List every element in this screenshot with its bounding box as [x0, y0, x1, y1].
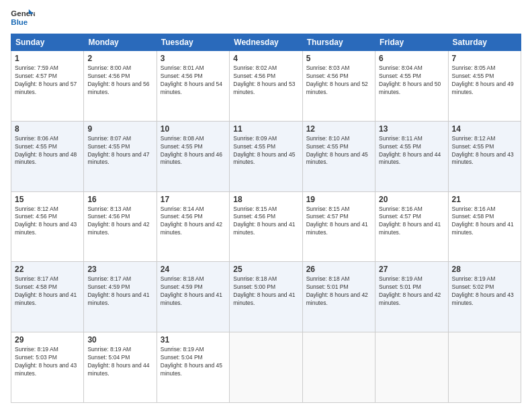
calendar-day-cell: 7Sunrise: 8:05 AMSunset: 4:55 PMDaylight…: [448, 51, 521, 122]
day-detail: Sunrise: 8:12 AMSunset: 4:56 PMDaylight:…: [15, 205, 80, 238]
day-detail: Sunrise: 8:09 AMSunset: 4:55 PMDaylight:…: [233, 135, 298, 167]
calendar-day-cell: 5Sunrise: 8:03 AMSunset: 4:56 PMDaylight…: [302, 51, 375, 122]
day-detail: Sunrise: 8:14 AMSunset: 4:56 PMDaylight:…: [161, 205, 226, 238]
calendar-day-cell: 19Sunrise: 8:15 AMSunset: 4:57 PMDayligh…: [302, 191, 375, 262]
calendar-day-cell: 3Sunrise: 8:01 AMSunset: 4:56 PMDaylight…: [157, 51, 229, 122]
day-detail: Sunrise: 8:08 AMSunset: 4:55 PMDaylight:…: [161, 135, 226, 167]
weekday-header-cell: Wednesday: [230, 34, 302, 51]
calendar-day-cell: 29Sunrise: 8:19 AMSunset: 5:03 PMDayligh…: [11, 332, 84, 403]
calendar-day-cell: 8Sunrise: 8:06 AMSunset: 4:55 PMDaylight…: [11, 121, 84, 191]
day-number: 17: [161, 195, 226, 204]
day-detail: Sunrise: 8:03 AMSunset: 4:56 PMDaylight:…: [306, 64, 371, 97]
weekday-header-cell: Sunday: [11, 34, 84, 51]
calendar-day-cell: 30Sunrise: 8:19 AMSunset: 5:04 PMDayligh…: [84, 332, 157, 403]
day-number: 13: [379, 124, 444, 134]
page-header: General Blue: [11, 8, 521, 28]
calendar-day-cell: 20Sunrise: 8:16 AMSunset: 4:57 PMDayligh…: [375, 191, 448, 262]
calendar-day-cell: 4Sunrise: 8:02 AMSunset: 4:56 PMDaylight…: [230, 51, 302, 122]
day-number: 18: [233, 195, 298, 204]
calendar-day-cell: 25Sunrise: 8:18 AMSunset: 5:00 PMDayligh…: [230, 262, 302, 332]
day-detail: Sunrise: 8:04 AMSunset: 4:55 PMDaylight:…: [379, 64, 444, 97]
day-number: 2: [87, 54, 152, 63]
calendar-day-cell: 2Sunrise: 8:00 AMSunset: 4:56 PMDaylight…: [84, 51, 157, 122]
day-detail: Sunrise: 8:12 AMSunset: 4:55 PMDaylight:…: [452, 135, 517, 167]
calendar-day-cell: [230, 332, 302, 403]
calendar-week-row: 1Sunrise: 7:59 AMSunset: 4:57 PMDaylight…: [11, 51, 521, 122]
calendar-day-cell: 31Sunrise: 8:19 AMSunset: 5:04 PMDayligh…: [157, 332, 229, 403]
day-detail: Sunrise: 8:18 AMSunset: 5:01 PMDaylight:…: [306, 275, 371, 308]
day-detail: Sunrise: 8:17 AMSunset: 4:59 PMDaylight:…: [87, 275, 152, 308]
calendar-day-cell: 16Sunrise: 8:13 AMSunset: 4:56 PMDayligh…: [84, 191, 157, 262]
day-number: 25: [233, 265, 298, 274]
day-number: 14: [452, 124, 517, 134]
calendar-day-cell: 24Sunrise: 8:18 AMSunset: 4:59 PMDayligh…: [157, 262, 229, 332]
calendar-day-cell: 6Sunrise: 8:04 AMSunset: 4:55 PMDaylight…: [375, 51, 448, 122]
calendar-day-cell: 13Sunrise: 8:11 AMSunset: 4:55 PMDayligh…: [375, 121, 448, 191]
day-number: 6: [379, 54, 444, 63]
calendar-day-cell: 27Sunrise: 8:19 AMSunset: 5:01 PMDayligh…: [375, 262, 448, 332]
calendar-day-cell: 11Sunrise: 8:09 AMSunset: 4:55 PMDayligh…: [230, 121, 302, 191]
day-number: 7: [452, 54, 517, 63]
day-detail: Sunrise: 8:15 AMSunset: 4:56 PMDaylight:…: [233, 205, 298, 238]
day-detail: Sunrise: 8:16 AMSunset: 4:58 PMDaylight:…: [452, 205, 517, 238]
day-number: 20: [379, 195, 444, 204]
day-detail: Sunrise: 8:19 AMSunset: 5:02 PMDaylight:…: [452, 275, 517, 308]
day-number: 19: [306, 195, 371, 204]
day-detail: Sunrise: 8:19 AMSunset: 5:04 PMDaylight:…: [161, 346, 226, 378]
day-detail: Sunrise: 8:05 AMSunset: 4:55 PMDaylight:…: [452, 64, 517, 97]
calendar-page: General Blue SundayMondayTuesdayWednesda…: [0, 0, 532, 411]
calendar-day-cell: [375, 332, 448, 403]
weekday-header-cell: Friday: [375, 34, 448, 51]
day-number: 9: [87, 124, 152, 134]
day-number: 15: [15, 195, 80, 204]
day-number: 11: [233, 124, 298, 134]
day-number: 16: [87, 195, 152, 204]
day-number: 5: [306, 54, 371, 63]
day-number: 4: [233, 54, 298, 63]
calendar-day-cell: 9Sunrise: 8:07 AMSunset: 4:55 PMDaylight…: [84, 121, 157, 191]
day-number: 8: [15, 124, 80, 134]
day-detail: Sunrise: 8:18 AMSunset: 5:00 PMDaylight:…: [233, 275, 298, 308]
weekday-header-cell: Thursday: [302, 34, 375, 51]
day-detail: Sunrise: 8:19 AMSunset: 5:03 PMDaylight:…: [15, 346, 80, 378]
day-detail: Sunrise: 8:10 AMSunset: 4:55 PMDaylight:…: [306, 135, 371, 167]
day-detail: Sunrise: 8:19 AMSunset: 5:01 PMDaylight:…: [379, 275, 444, 308]
day-detail: Sunrise: 8:01 AMSunset: 4:56 PMDaylight:…: [161, 64, 226, 97]
day-number: 24: [161, 265, 226, 274]
day-detail: Sunrise: 8:06 AMSunset: 4:55 PMDaylight:…: [15, 135, 80, 167]
day-number: 22: [15, 265, 80, 274]
logo: General Blue: [11, 8, 35, 28]
day-detail: Sunrise: 8:19 AMSunset: 5:04 PMDaylight:…: [87, 346, 152, 378]
day-number: 10: [161, 124, 226, 134]
calendar-week-row: 22Sunrise: 8:17 AMSunset: 4:58 PMDayligh…: [11, 262, 521, 332]
calendar-week-row: 29Sunrise: 8:19 AMSunset: 5:03 PMDayligh…: [11, 332, 521, 403]
calendar-day-cell: 1Sunrise: 7:59 AMSunset: 4:57 PMDaylight…: [11, 51, 84, 122]
calendar-day-cell: 21Sunrise: 8:16 AMSunset: 4:58 PMDayligh…: [448, 191, 521, 262]
weekday-header-cell: Monday: [84, 34, 157, 51]
day-number: 23: [87, 265, 152, 274]
day-detail: Sunrise: 7:59 AMSunset: 4:57 PMDaylight:…: [15, 64, 80, 97]
calendar-day-cell: 15Sunrise: 8:12 AMSunset: 4:56 PMDayligh…: [11, 191, 84, 262]
day-detail: Sunrise: 8:07 AMSunset: 4:55 PMDaylight:…: [87, 135, 152, 167]
calendar-day-cell: 14Sunrise: 8:12 AMSunset: 4:55 PMDayligh…: [448, 121, 521, 191]
day-detail: Sunrise: 8:00 AMSunset: 4:56 PMDaylight:…: [87, 64, 152, 97]
day-detail: Sunrise: 8:18 AMSunset: 4:59 PMDaylight:…: [161, 275, 226, 308]
calendar-day-cell: [302, 332, 375, 403]
calendar-day-cell: 23Sunrise: 8:17 AMSunset: 4:59 PMDayligh…: [84, 262, 157, 332]
svg-text:Blue: Blue: [11, 18, 28, 26]
calendar-day-cell: 18Sunrise: 8:15 AMSunset: 4:56 PMDayligh…: [230, 191, 302, 262]
day-number: 27: [379, 265, 444, 274]
calendar-day-cell: 22Sunrise: 8:17 AMSunset: 4:58 PMDayligh…: [11, 262, 84, 332]
weekday-header-cell: Saturday: [448, 34, 521, 51]
day-number: 26: [306, 265, 371, 274]
day-detail: Sunrise: 8:16 AMSunset: 4:57 PMDaylight:…: [379, 205, 444, 238]
calendar-day-cell: [448, 332, 521, 403]
calendar-table: SundayMondayTuesdayWednesdayThursdayFrid…: [11, 34, 521, 403]
day-detail: Sunrise: 8:11 AMSunset: 4:55 PMDaylight:…: [379, 135, 444, 167]
day-detail: Sunrise: 8:02 AMSunset: 4:56 PMDaylight:…: [233, 64, 298, 97]
day-number: 31: [161, 335, 226, 345]
calendar-day-cell: 26Sunrise: 8:18 AMSunset: 5:01 PMDayligh…: [302, 262, 375, 332]
day-detail: Sunrise: 8:15 AMSunset: 4:57 PMDaylight:…: [306, 205, 371, 238]
day-number: 12: [306, 124, 371, 134]
calendar-day-cell: 28Sunrise: 8:19 AMSunset: 5:02 PMDayligh…: [448, 262, 521, 332]
